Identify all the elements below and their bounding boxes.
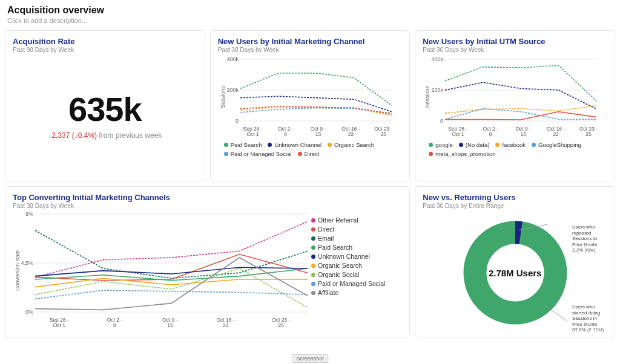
y-axis-label: Conversion Rate xyxy=(13,212,21,329)
y-axis-label: Sessions xyxy=(423,57,430,138)
legend-item[interactable]: Paid Search xyxy=(311,244,402,251)
svg-text:4.5%: 4.5% xyxy=(21,260,33,266)
y-axis-label: Sessions xyxy=(218,57,226,138)
card-new-users-channel[interactable]: New Users by Initial Marketing Channel P… xyxy=(210,30,411,181)
legend-item[interactable]: Organic Search xyxy=(311,262,402,269)
donut-label-returning: Users who repeated Sessions In Prior Mon… xyxy=(572,224,608,253)
legend-item[interactable]: Email xyxy=(311,235,402,242)
card-subtitle: Past 30 Days by Week xyxy=(13,203,402,209)
line-chart: 0200k400k xyxy=(226,57,395,123)
legend-item[interactable]: Paid Search xyxy=(224,141,262,148)
donut-label-new: Users who started doing Sessions in Prio… xyxy=(572,304,608,333)
svg-text:0: 0 xyxy=(236,118,239,124)
legend-item[interactable]: Unknown Channel xyxy=(268,141,322,148)
svg-text:200k: 200k xyxy=(432,87,444,93)
chart-legend: Other ReferralDirectEmailPaid SearchUnkn… xyxy=(311,212,402,329)
legend-item[interactable]: Direct xyxy=(311,226,402,233)
svg-text:400k: 400k xyxy=(226,56,239,62)
card-new-users-utm[interactable]: New Users by Initial UTM Source Past 30 … xyxy=(415,30,615,181)
legend-item[interactable]: Paid or Managed Social xyxy=(311,280,402,287)
svg-text:200k: 200k xyxy=(226,87,239,93)
line-chart: 0%4.5%9% xyxy=(21,212,311,314)
card-top-converting[interactable]: Top Converting Initial Marketing Channel… xyxy=(5,186,410,337)
card-new-vs-returning[interactable]: New vs. Returning Users Past 30 Days by … xyxy=(415,186,615,337)
legend-item[interactable]: Other Referral xyxy=(311,216,402,224)
chart-legend: google(No data)facebookGoogleShoppingmet… xyxy=(423,141,607,157)
legend-item[interactable]: Direct xyxy=(298,151,320,157)
screenshot-button[interactable]: Screenshot xyxy=(292,354,328,363)
legend-item[interactable]: Affiliate xyxy=(311,289,402,296)
card-title: New Users by Initial Marketing Channel xyxy=(218,37,403,46)
legend-item[interactable]: Organic Social xyxy=(311,271,402,278)
legend-item[interactable]: (No data) xyxy=(459,141,490,148)
page-title: Acquisition overview xyxy=(7,5,613,16)
card-acquisition-rate[interactable]: Acquisition Rate Past 90 Days by Week 63… xyxy=(5,30,205,181)
legend-item[interactable]: Unknown Channel xyxy=(311,253,402,260)
x-axis-ticks: Sep 26 - Oct 1Oct 2 - 8Oct 9 - 15Oct 16 … xyxy=(226,125,403,138)
card-subtitle: Past 30 Days by Week xyxy=(423,47,607,53)
description-placeholder[interactable]: Click to add a description... xyxy=(7,17,613,24)
acquisition-rate-value: 635k xyxy=(68,89,142,129)
legend-item[interactable]: Paid or Managed Social xyxy=(224,151,292,157)
legend-item[interactable]: meta_shops_promotion xyxy=(429,151,495,157)
svg-text:0: 0 xyxy=(440,118,443,124)
card-title: New Users by Initial UTM Source xyxy=(423,37,607,46)
x-axis-ticks: Sep 26 - Oct 1Oct 2 - 8Oct 9 - 15Oct 16 … xyxy=(430,125,607,138)
card-subtitle: Past 30 Days by Week xyxy=(218,47,403,53)
card-title: Top Converting Initial Marketing Channel… xyxy=(13,193,402,202)
chart-legend: Paid SearchUnknown ChannelOrganic Search… xyxy=(218,141,403,157)
card-title: New vs. Returning Users xyxy=(423,193,607,202)
legend-item[interactable]: facebook xyxy=(495,141,526,148)
svg-text:400k: 400k xyxy=(432,56,444,62)
donut-center-label: 2.78M Users xyxy=(485,268,546,278)
legend-item[interactable]: Organic Search xyxy=(328,141,374,148)
line-chart: 0200k400k xyxy=(430,57,600,123)
card-subtitle: Past 30 Days by Entire Range xyxy=(423,203,607,209)
legend-item[interactable]: google xyxy=(429,141,453,148)
acquisition-rate-delta: ↓2,337 (↓0.4%) from previous week xyxy=(48,131,162,140)
svg-text:0%: 0% xyxy=(25,309,33,315)
legend-item[interactable]: GoogleShopping xyxy=(532,141,581,148)
card-subtitle: Past 90 Days by Week xyxy=(13,47,197,53)
svg-text:9%: 9% xyxy=(25,211,33,217)
x-axis-ticks: Sep 26 - Oct 1Oct 2 - 8Oct 9 - 15Oct 16 … xyxy=(21,316,311,329)
card-title: Acquisition Rate xyxy=(13,37,197,46)
